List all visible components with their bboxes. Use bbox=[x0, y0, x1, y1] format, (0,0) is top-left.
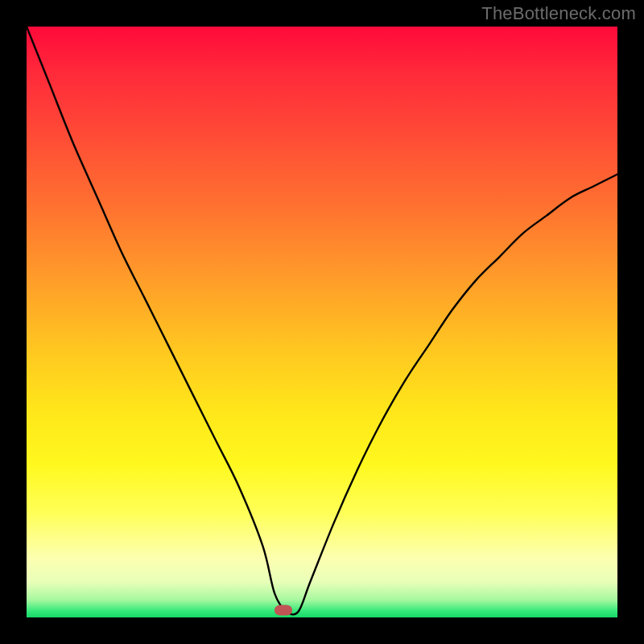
curve-path bbox=[27, 27, 617, 614]
bottleneck-curve bbox=[27, 27, 617, 617]
optimal-marker bbox=[275, 605, 292, 616]
chart-stage: TheBottleneck.com bbox=[0, 0, 644, 644]
plot-area bbox=[27, 27, 617, 617]
watermark-text: TheBottleneck.com bbox=[481, 3, 636, 24]
